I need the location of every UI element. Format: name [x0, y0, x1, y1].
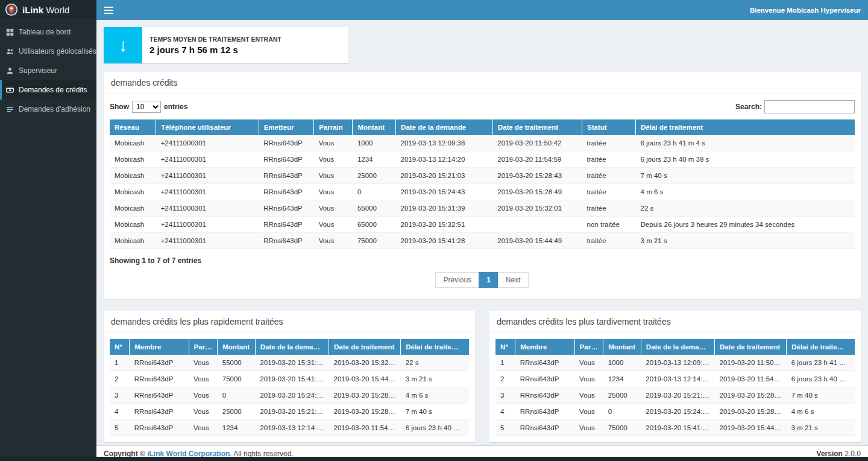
- table-cell: 1234: [353, 151, 396, 168]
- column-header[interactable]: Parrain: [189, 339, 218, 355]
- column-header[interactable]: Parrain: [314, 119, 353, 135]
- table-row: 1RRnsi643dPVous10002019-03-13 12:09:3820…: [495, 355, 855, 371]
- table-cell: 55000: [353, 200, 396, 217]
- table-cell: Vous: [189, 387, 218, 404]
- sidebar-item-supervisor[interactable]: Superviseur: [0, 61, 96, 80]
- hamburger-icon: [104, 7, 113, 14]
- column-header[interactable]: Montant: [353, 119, 396, 135]
- table-cell: 6 jours 23 h 40 m 39 s: [636, 151, 855, 168]
- column-header[interactable]: Réseau: [110, 119, 156, 135]
- datatable-controls: Show 10 entries Search:: [110, 94, 855, 119]
- table-cell: Vous: [189, 371, 218, 387]
- panel-title: demandes crédits: [104, 72, 861, 94]
- table-cell: 2019-03-20 15:41:28: [396, 233, 493, 249]
- table-cell: 75000: [353, 233, 396, 249]
- table-row: Mobicash+24111000301RRnsi643dPVous02019-…: [110, 184, 855, 200]
- column-header[interactable]: Membre: [515, 339, 574, 355]
- table-cell: 2019-03-20 15:21:03: [641, 387, 714, 404]
- column-header[interactable]: Délai de traitement: [401, 339, 469, 355]
- sidebar-item-label: Tableau de bord: [19, 28, 71, 36]
- table-cell: 2019-03-20 11:54:59: [329, 420, 401, 436]
- infobox-text: TEMPS MOYEN DE TRAITEMENT ENTRANT 2 jour…: [142, 27, 289, 63]
- table-cell: 75000: [218, 371, 256, 387]
- sidebar-item-dashboard[interactable]: Tableau de bord: [0, 22, 96, 42]
- panel-body: N°MembreParrainMontantDate de la demande…: [104, 333, 475, 442]
- sidebar-toggle-button[interactable]: [96, 0, 121, 20]
- table-cell: +24111000301: [156, 151, 259, 168]
- table-cell: RRnsi643dP: [515, 420, 574, 436]
- table-cell: 2019-03-20 15:44:49: [492, 233, 582, 249]
- sidebar-menu: Tableau de bordUtilisateurs géolocalisés…: [0, 20, 96, 119]
- table-cell: +24111000301: [156, 233, 259, 249]
- table-cell: 2019-03-13 12:14:20: [396, 151, 493, 168]
- table-cell: 3: [110, 387, 130, 404]
- table-row: 5RRnsi643dPVous750002019-03-20 15:41:282…: [495, 420, 855, 436]
- table-cell: 2019-03-20 15:41:28: [641, 420, 714, 436]
- column-header[interactable]: Date de traitement: [492, 119, 582, 135]
- show-label: Show: [110, 103, 129, 111]
- column-header[interactable]: Montant: [218, 339, 256, 355]
- table-cell: RRnsi643dP: [259, 200, 313, 217]
- pagination-page-1-button[interactable]: 1: [479, 272, 498, 288]
- table-cell: Vous: [189, 420, 218, 436]
- column-header[interactable]: Date de la demande: [641, 339, 714, 355]
- sidebar: iLink World Tableau de bordUtilisateurs …: [0, 0, 96, 461]
- table-cell: 2019-03-20 11:50:42: [715, 355, 787, 371]
- column-header[interactable]: Statut: [582, 119, 636, 135]
- table-cell: RRnsi643dP: [259, 168, 313, 184]
- table-cell: Mobicash: [110, 184, 156, 200]
- table-cell: 7 m 40 s: [787, 387, 855, 404]
- table-cell: Vous: [574, 420, 603, 436]
- pagination-next-button[interactable]: Next: [498, 272, 529, 288]
- sidebar-item-membership-requests[interactable]: Demandes d'adhésion: [0, 100, 96, 119]
- column-header[interactable]: Délai de traitement: [636, 119, 855, 135]
- table-cell: 25000: [603, 387, 641, 404]
- table-cell: 4 m 6 s: [401, 387, 469, 404]
- table-cell: 2019-03-20 15:41:28: [255, 371, 329, 387]
- table-cell: 0: [353, 184, 396, 200]
- brand-logo[interactable]: iLink World: [0, 0, 96, 20]
- column-header[interactable]: Délai de traitement: [787, 339, 855, 355]
- table-cell: RRnsi643dP: [515, 355, 574, 371]
- column-header[interactable]: N°: [110, 339, 130, 355]
- column-header[interactable]: Téléphone utilisateur: [156, 119, 259, 135]
- infobox-value: 2 jours 7 h 56 m 12 s: [149, 45, 281, 55]
- sidebar-item-credit-requests[interactable]: Demandes de crédits: [0, 80, 96, 100]
- column-header[interactable]: Membre: [130, 339, 189, 355]
- table-cell: Vous: [314, 233, 353, 249]
- table-cell: RRnsi643dP: [130, 404, 189, 420]
- table-cell: RRnsi643dP: [515, 404, 574, 420]
- table-cell: 6 jours 23 h 40 m 39 s: [401, 420, 469, 436]
- column-header[interactable]: N°: [495, 339, 515, 355]
- column-header[interactable]: Date de traitement: [329, 339, 401, 355]
- table-cell: traitée: [582, 233, 636, 249]
- bottom-edge-strip: [0, 457, 868, 461]
- table-cell: 1000: [603, 355, 641, 371]
- table-cell: 2019-03-13 12:09:38: [641, 355, 714, 371]
- column-header[interactable]: Date de traitement: [715, 339, 787, 355]
- table-cell: 2: [495, 371, 515, 387]
- column-header[interactable]: Emetteur: [259, 119, 313, 135]
- column-header[interactable]: Date de la demande: [396, 119, 493, 135]
- table-cell: traitée: [582, 151, 636, 168]
- table-cell: 4: [110, 404, 130, 420]
- table-cell: 55000: [218, 355, 256, 371]
- table-cell: 2019-03-20 15:24:43: [396, 184, 493, 200]
- page-length-select[interactable]: 10: [132, 101, 161, 113]
- app-window: iLink World Tableau de bordUtilisateurs …: [0, 0, 868, 461]
- column-header[interactable]: Parrain: [574, 339, 603, 355]
- column-header[interactable]: Montant: [603, 339, 641, 355]
- table-cell: Mobicash: [110, 200, 156, 217]
- pagination-previous-button[interactable]: Previous: [435, 272, 479, 288]
- table-cell: Vous: [314, 217, 353, 233]
- table-cell: RRnsi643dP: [259, 135, 313, 151]
- table-cell: 2: [110, 371, 130, 387]
- table-cell: Vous: [189, 355, 218, 371]
- search-input[interactable]: [764, 100, 855, 113]
- sidebar-item-geo-users[interactable]: Utilisateurs géolocalisés: [0, 42, 96, 61]
- column-header[interactable]: Date de la demande: [255, 339, 329, 355]
- credit-requests-table: RéseauTéléphone utilisateurEmetteurParra…: [110, 119, 855, 249]
- showing-entries-text: Showing 1 to 7 of 7 entries: [110, 249, 855, 269]
- sidebar-item-label: Superviseur: [19, 66, 57, 75]
- table-row: Mobicash+24111000301RRnsi643dPVous250002…: [110, 168, 855, 184]
